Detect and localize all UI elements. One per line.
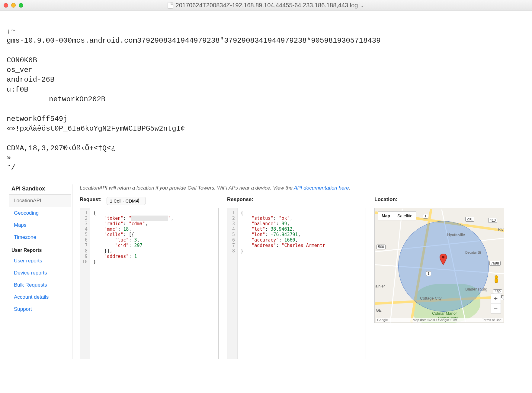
route-shield-500: 500 — [377, 245, 386, 249]
request-column: Request: 1 Cell - CDMA ▲▼ 1 2 3 4 5 6 7 … — [80, 197, 219, 359]
request-preset-select[interactable]: 1 Cell - CDMA — [107, 197, 146, 205]
request-body[interactable]: { "token": " ", "radio": "cdma", "mnc": … — [90, 208, 177, 359]
zoom-controls: + − — [491, 294, 501, 313]
accuracy-circle — [398, 221, 489, 312]
window-controls — [4, 3, 23, 8]
response-column: Response: 1 2 3 4 5 6 7 8 { "status": "o… — [227, 197, 366, 359]
location-pin-icon — [439, 254, 447, 261]
sidebar-item-locationapi[interactable]: LocationAPI — [9, 194, 71, 207]
place-cottage-city: Cottage City — [420, 296, 442, 300]
location-label: Location: — [374, 197, 504, 203]
location-column: Location: — [374, 197, 504, 359]
log-file-contents: ¡~ gms-10.9.00-000mcs.android.com3792908… — [0, 11, 532, 181]
api-description-bold: LocationAPI — [80, 185, 107, 191]
response-body: { "status": "ok", "balance": 99, "lat": … — [238, 208, 328, 359]
svg-point-1 — [495, 275, 498, 278]
sidebar-title: API Sandbox — [9, 184, 71, 194]
request-editor[interactable]: 1 2 3 4 5 6 7 8 9 10 { "token": " ", "ra… — [80, 208, 219, 359]
sidebar-item-user-reports[interactable]: User reports — [9, 255, 71, 267]
place-bladensburg: Bladensburg — [465, 287, 487, 291]
zoom-in-button[interactable]: + — [491, 294, 501, 304]
zoom-out-button[interactable]: − — [491, 304, 501, 313]
street-decatur: Decatur St — [465, 251, 481, 254]
map-type-satellite[interactable]: Satellite — [394, 212, 416, 220]
documentation-link[interactable]: API documentation here — [294, 185, 349, 191]
route-shield-410: 410 — [488, 218, 497, 223]
map-type-map[interactable]: Map — [378, 212, 394, 220]
map-terms-link[interactable]: Terms of Use — [482, 318, 502, 322]
close-window-button[interactable] — [4, 3, 8, 8]
sidebar-item-timezone[interactable]: Timezone — [9, 231, 71, 243]
request-label: Request: — [80, 197, 102, 203]
window-title: 20170624T200834Z-192.168.89.104,44455-64… — [168, 2, 364, 9]
api-sandbox-panel: API Sandbox LocationAPI Geocoding Maps T… — [9, 184, 523, 359]
response-viewer[interactable]: 1 2 3 4 5 6 7 8 { "status": "ok", "balan… — [227, 208, 366, 359]
document-icon — [168, 2, 173, 9]
route-shield-7698: 7698 — [489, 261, 501, 266]
route-shield-201: 201 — [465, 217, 474, 222]
sidebar: API Sandbox LocationAPI Geocoding Maps T… — [9, 184, 72, 359]
map[interactable]: Hyattsville Bladensburg Cottage City ain… — [374, 208, 504, 323]
route-shield-1b: 1 — [426, 271, 431, 276]
sidebar-item-geocoding[interactable]: Geocoding — [9, 207, 71, 219]
window-titlebar: 20170624T200834Z-192.168.89.104,44455-64… — [0, 0, 532, 11]
sidebar-item-maps[interactable]: Maps — [9, 219, 71, 231]
response-label: Response: — [227, 197, 366, 203]
place-rainier: ainier — [375, 284, 385, 288]
sidebar-item-bulk-requests[interactable]: Bulk Requests — [9, 279, 71, 291]
zoom-window-button[interactable] — [19, 3, 23, 8]
sidebar-item-support[interactable]: Support — [9, 303, 71, 315]
place-riv: Riv — [498, 227, 504, 232]
svg-rect-2 — [495, 278, 498, 283]
map-attribution: Google Map data ©2017 Google 1 km Terms … — [376, 318, 503, 322]
main-content: LocationAPI will return a location if yo… — [80, 184, 523, 359]
map-logo: Google — [377, 318, 388, 322]
response-gutter: 1 2 3 4 5 6 7 8 — [227, 208, 238, 359]
map-copyright: Map data ©2017 Google 1 km — [413, 318, 457, 322]
request-gutter: 1 2 3 4 5 6 7 8 9 10 — [80, 208, 90, 359]
minimize-window-button[interactable] — [11, 3, 16, 8]
place-ge: GE — [376, 308, 382, 313]
place-hyattsville: Hyattsville — [447, 232, 465, 237]
window-title-text: 20170624T200834Z-192.168.89.104,44455-64… — [176, 2, 358, 9]
place-colmar: Colmar Manor — [432, 311, 457, 316]
chevron-down-icon[interactable]: ⌄ — [360, 2, 364, 8]
streetview-pegman-icon[interactable] — [493, 275, 500, 286]
sidebar-heading-user-reports: User Reports — [9, 243, 71, 255]
api-description: LocationAPI will return a location if yo… — [80, 184, 523, 197]
map-type-toggle[interactable]: Map Satellite — [378, 211, 416, 220]
route-shield-1a: 1 — [423, 214, 428, 219]
sidebar-item-device-reports[interactable]: Device reports — [9, 267, 71, 279]
svg-point-0 — [442, 256, 444, 258]
sidebar-item-account-details[interactable]: Account details — [9, 291, 71, 303]
